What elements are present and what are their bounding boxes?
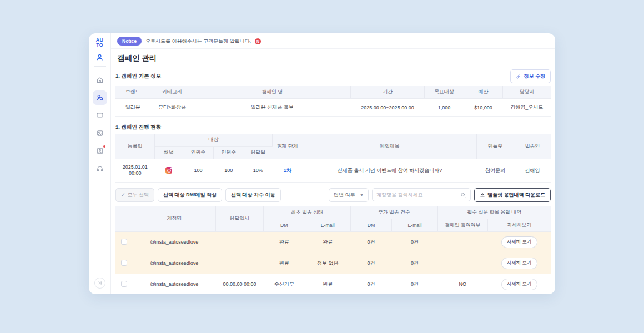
reg-date-time: 00:00 <box>117 170 153 176</box>
notification-dot <box>103 145 105 148</box>
notice-bar: Notice 오토시드를 이용해주시는 고객분들께 알립니다. N <box>111 33 555 49</box>
cell-account: @insta_autoseedlove <box>133 231 215 253</box>
cell-participation: NO <box>437 274 487 294</box>
app-window: AU TO <box>89 33 555 294</box>
col-survey-responses: 필수 설문 항목 응답 내역 <box>437 206 551 219</box>
cell-extra-email: 0건 <box>392 274 437 294</box>
download-responses-label: 템플릿 응답내역 다운로드 <box>487 191 545 199</box>
cell-detail: 자세히 보기 <box>487 253 551 274</box>
edit-info-button[interactable]: 정보 수정 <box>510 69 551 83</box>
col-target: 목표대상 <box>425 86 464 99</box>
sidebar-item-support[interactable] <box>93 162 107 176</box>
new-icon: N <box>255 38 261 44</box>
col-stage: 현재 단계 <box>272 134 303 159</box>
col-detail: 자세히보기 <box>487 219 551 231</box>
search-icon[interactable] <box>460 192 466 198</box>
col-people-2: 인원수 <box>213 147 244 159</box>
cell-first-dm: 완료 <box>264 253 305 274</box>
accounts-table: 계정명 응답일시 최초 발송 상태 추가 발송 건수 필수 설문 항목 응답 내… <box>115 206 551 295</box>
col-first-email: E-mail <box>305 219 350 231</box>
row-checkbox[interactable] <box>121 260 127 266</box>
cell-first-email: 완료 <box>305 231 350 253</box>
cell-first-email: 완료 <box>305 274 350 294</box>
row-checkbox[interactable] <box>121 239 127 245</box>
col-brand: 브랜드 <box>115 86 150 99</box>
logo-line-2: TO <box>96 43 103 48</box>
cell-first-email: 정보 없음 <box>305 253 350 274</box>
col-participation: 캠페인 참여여부 <box>437 219 487 231</box>
cell-participation <box>437 253 487 274</box>
cell-period: 2025.00.00~2025.00.00 <box>350 99 424 117</box>
col-response-rate: 응답율 <box>244 147 272 159</box>
col-extra-email: E-mail <box>392 219 437 231</box>
sidebar-collapse-button[interactable] <box>94 278 105 289</box>
progress-section-title: 1. 캠페인 진행 현황 <box>115 124 161 131</box>
detail-view-button[interactable]: 자세히 보기 <box>501 236 537 248</box>
cell-channel <box>155 159 183 183</box>
page-title: 캠페인 관리 <box>111 49 555 66</box>
col-response-time: 응답일시 <box>215 206 263 232</box>
cell-account: @insta_autoseedlove <box>133 253 215 274</box>
cell-extra-email: 0건 <box>392 253 437 274</box>
cell-extra-dm: 0건 <box>350 274 391 294</box>
col-category: 카테고리 <box>150 86 194 99</box>
cell-first-dm: 완료 <box>264 231 305 253</box>
sidebar: AU TO <box>89 33 111 294</box>
sidebar-item-media[interactable] <box>93 126 107 140</box>
sidebar-item-messages[interactable] <box>93 108 107 123</box>
col-first-dm: DM <box>264 219 305 231</box>
col-first-send-status: 최초 발송 상태 <box>264 206 351 219</box>
basic-info-table: 브랜드 카테고리 캠페인 명 기간 목표대상 예산 담당자 일리윤 뷰티>화장품… <box>115 86 551 117</box>
cell-account: @insta_autoseedlove <box>133 274 215 294</box>
sidebar-item-home[interactable] <box>93 73 107 87</box>
cell-participation <box>437 231 487 253</box>
edit-info-label: 정보 수정 <box>524 73 545 80</box>
col-people-1: 인원수 <box>183 147 214 159</box>
profile-icon[interactable] <box>95 53 104 62</box>
account-search-input[interactable] <box>376 192 460 198</box>
write-dm-mail-label: 선택 대상 DM/메일 작성 <box>163 191 217 199</box>
col-extra-dm: DM <box>350 219 391 231</box>
col-channel: 채널 <box>155 147 183 159</box>
cell-category: 뷰티>화장품 <box>150 99 194 117</box>
cell-extra-dm: 0건 <box>350 231 391 253</box>
cell-campaign-name: 일리윤 신제품 홍보 <box>194 99 350 117</box>
move-stage-button[interactable]: 선택 대상 차수 이동 <box>225 188 281 202</box>
select-all-label: 모두 선택 <box>128 191 149 199</box>
cell-extra-dm: 0건 <box>350 253 391 274</box>
cell-stage: 1차 <box>272 159 303 183</box>
basic-info-section-title: 1. 캠페인 기본 정보 <box>115 73 161 80</box>
instagram-icon <box>165 167 172 174</box>
cell-detail: 자세히 보기 <box>487 231 551 253</box>
answer-filter-select[interactable]: 답변 여부 ▼ <box>329 188 369 202</box>
select-all-button[interactable]: ✓ 모두 선택 <box>115 188 154 202</box>
cell-people-1-link[interactable]: 100 <box>183 159 214 183</box>
detail-view-button[interactable]: 자세히 보기 <box>501 279 537 290</box>
table-row: @insta_autoseedlove 완료 정보 없음 0건 0건 자세히 보… <box>115 253 551 274</box>
progress-table: 등록일 대상 현재 단계 메일제목 템플릿 발송인 채널 인원수 인원수 응답율 <box>115 134 551 183</box>
notice-text: 오토시드를 이용해주시는 고객분들께 알립니다. <box>145 38 251 45</box>
cell-first-dm: 수신거부 <box>264 274 305 294</box>
download-responses-button[interactable]: 템플릿 응답내역 다운로드 <box>474 188 551 202</box>
cell-select <box>115 231 133 253</box>
sidebar-item-accounts[interactable] <box>93 144 107 158</box>
table-row: 일리윤 뷰티>화장품 일리윤 신제품 홍보 2025.00.00~2025.00… <box>115 99 551 117</box>
write-dm-mail-button[interactable]: 선택 대상 DM/메일 작성 <box>158 188 222 202</box>
cell-response-rate-link[interactable]: 10% <box>244 159 272 183</box>
cell-response-time <box>215 231 263 253</box>
account-search-box <box>372 188 471 201</box>
table-row: 2025.01.01 00:00 100 100 10% 1차 신제품 출시 기… <box>115 159 551 183</box>
col-reg-date: 등록일 <box>115 134 155 159</box>
col-account: 계정명 <box>133 206 215 232</box>
reg-date-date: 2025.01.01 <box>117 164 153 170</box>
cell-response-time <box>215 253 263 274</box>
cell-target: 1,000 <box>425 99 464 117</box>
cell-people-2: 100 <box>213 159 244 183</box>
select-column-header <box>115 206 133 232</box>
detail-view-button[interactable]: 자세히 보기 <box>501 258 537 269</box>
auto-logo: AU TO <box>96 38 103 48</box>
sidebar-item-campaigns[interactable] <box>93 90 107 105</box>
main-area: Notice 오토시드를 이용해주시는 고객분들께 알립니다. N 캠페인 관리… <box>111 33 555 294</box>
row-checkbox[interactable] <box>121 281 127 287</box>
col-target-group: 대상 <box>155 134 273 147</box>
